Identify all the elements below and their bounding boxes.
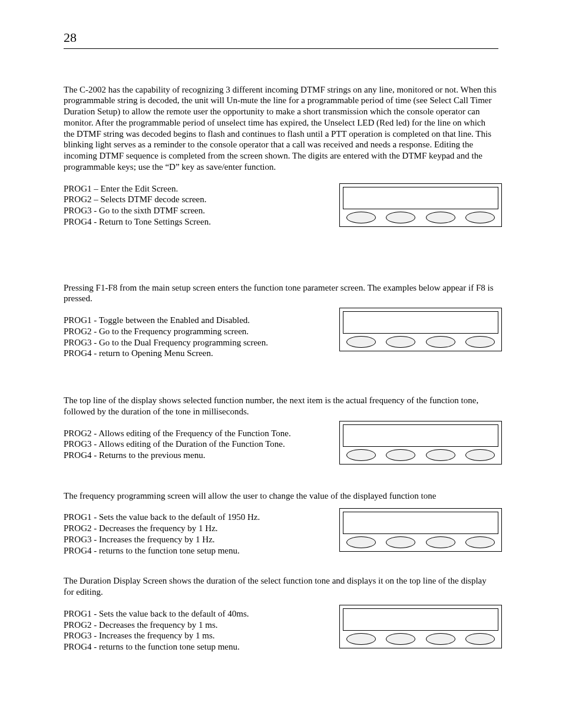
section2-paragraph: Pressing F1-F8 from the main setup scree… [64,282,498,305]
page-number: 28 [64,29,498,46]
display-panel-5 [339,605,502,648]
display-panel-3 [339,421,502,465]
prog-button-4[interactable] [465,336,495,348]
section5-paragraph: The Duration Display Screen shows the du… [64,575,498,598]
prog-button-4[interactable] [465,633,495,645]
prog-button-1[interactable] [346,336,376,348]
prog-button-1[interactable] [346,212,376,223]
prog-button-3[interactable] [426,449,455,461]
display-panel-4 [339,508,502,552]
display-screen [343,311,498,334]
intro-paragraph: The C-2002 has the capability of recogni… [64,84,498,173]
display-screen [343,512,498,534]
display-screen [343,608,498,631]
prog-button-3[interactable] [426,212,455,223]
display-screen [343,424,498,447]
prog-button-1[interactable] [346,536,376,548]
divider [64,48,498,49]
section4-paragraph: The frequency programming screen will al… [64,490,498,502]
prog-button-4[interactable] [465,449,495,461]
section3-paragraph: The top line of the display shows select… [64,395,498,417]
page: 28 The C-2002 has the capability of reco… [0,0,562,728]
prog-button-2[interactable] [386,449,415,461]
prog-button-4[interactable] [465,536,495,548]
prog-button-1[interactable] [346,449,376,461]
prog-button-1[interactable] [346,633,376,645]
display-screen [343,187,498,209]
display-panel-1 [339,183,502,227]
prog-button-3[interactable] [426,633,455,645]
prog-button-2[interactable] [386,633,415,645]
prog-button-3[interactable] [426,536,455,548]
prog-button-3[interactable] [426,336,455,348]
prog-button-2[interactable] [386,336,415,348]
prog-button-2[interactable] [386,536,415,548]
prog-button-4[interactable] [465,212,495,223]
display-panel-2 [339,308,502,351]
prog-button-2[interactable] [386,212,415,223]
